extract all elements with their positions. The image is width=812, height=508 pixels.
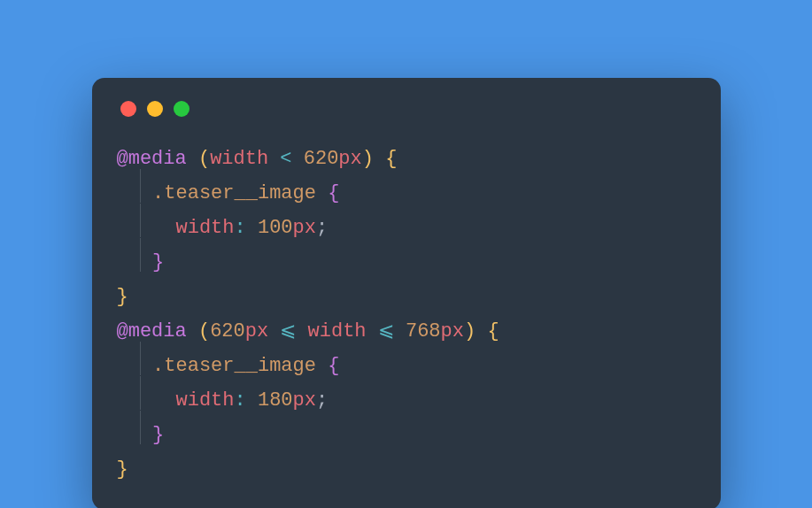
selector: .teaser__image bbox=[152, 355, 316, 377]
close-brace: } bbox=[117, 286, 128, 308]
open-brace: { bbox=[487, 320, 499, 343]
unit: px bbox=[293, 389, 316, 412]
number-literal: 100 bbox=[258, 217, 293, 239]
colon: : bbox=[235, 389, 246, 412]
close-icon[interactable] bbox=[120, 101, 136, 117]
open-brace: { bbox=[328, 355, 339, 377]
semicolon: ; bbox=[316, 217, 328, 239]
css-property: width bbox=[176, 389, 235, 412]
code-window: @media (width < 620px) { .teaser__image … bbox=[92, 78, 721, 508]
maximize-icon[interactable] bbox=[174, 101, 189, 117]
at-rule-keyword: @media bbox=[117, 320, 187, 343]
at-rule-keyword: @media bbox=[117, 148, 187, 170]
open-paren: ( bbox=[198, 148, 210, 170]
unit: px bbox=[293, 217, 316, 239]
css-property: width bbox=[176, 217, 235, 239]
number-literal: 180 bbox=[258, 389, 293, 412]
number-literal: 768 bbox=[406, 320, 441, 343]
unit: px bbox=[245, 320, 268, 343]
number-literal: 620 bbox=[210, 320, 245, 343]
minimize-icon[interactable] bbox=[147, 101, 163, 117]
close-paren: ) bbox=[464, 320, 476, 343]
close-brace: } bbox=[117, 458, 128, 481]
code-block: @media (width < 620px) { .teaser__image … bbox=[117, 142, 696, 487]
open-brace: { bbox=[385, 148, 397, 170]
close-brace: } bbox=[152, 251, 164, 273]
unit: px bbox=[441, 320, 464, 343]
number-literal: 620 bbox=[304, 148, 339, 170]
operator-lte: ⩽ bbox=[378, 320, 394, 343]
operator-lte: ⩽ bbox=[280, 320, 296, 343]
operator-lt: < bbox=[280, 148, 291, 170]
open-paren: ( bbox=[198, 320, 210, 343]
window-controls bbox=[120, 101, 696, 117]
close-brace: } bbox=[152, 424, 164, 446]
open-brace: { bbox=[328, 182, 339, 204]
semicolon: ; bbox=[316, 389, 328, 412]
selector: .teaser__image bbox=[152, 182, 316, 204]
query-property: width bbox=[210, 148, 268, 170]
unit: px bbox=[338, 148, 361, 170]
close-paren: ) bbox=[362, 148, 374, 170]
query-property: width bbox=[308, 320, 367, 343]
colon: : bbox=[235, 217, 246, 239]
